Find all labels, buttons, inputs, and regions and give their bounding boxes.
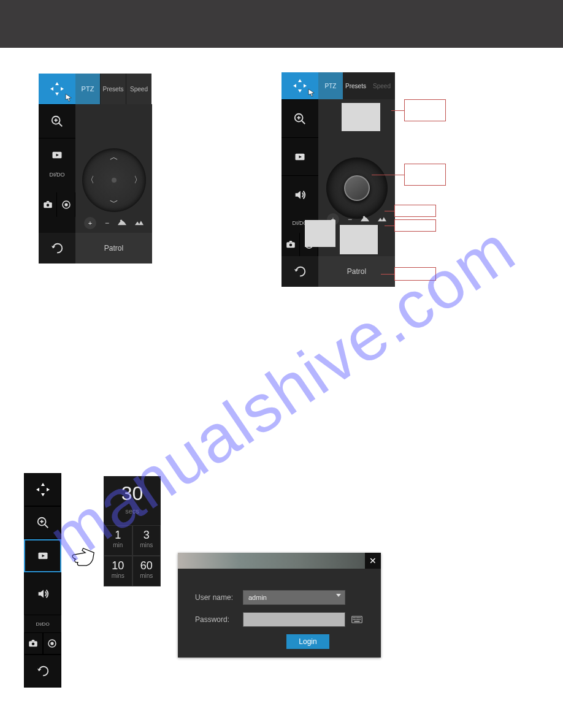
focus-near-icon[interactable] [118,219,126,228]
duration-value: 30 [104,482,161,505]
svg-rect-37 [354,619,356,620]
sidebar-strip: DI/DO [24,473,61,688]
snapshot-record-row [39,192,75,217]
patrol-button[interactable]: Patrol [75,233,152,264]
back-button[interactable] [39,233,75,264]
callout-placeholder [305,220,335,247]
play-replay-button[interactable] [282,137,318,175]
zoom-focus-controls: + − [75,217,152,229]
callout-leader-line [372,175,404,175]
password-input[interactable] [243,612,345,627]
duration-option-30secs[interactable]: 30 secs [104,476,161,525]
svg-rect-41 [360,619,361,620]
callout-box [394,219,436,232]
play-replay-button-active[interactable] [24,539,61,572]
svg-rect-31 [354,617,356,618]
svg-point-26 [32,643,35,646]
joystick-knob-icon[interactable] [344,175,370,201]
minus-icon[interactable]: − [348,215,352,224]
callout-leader-line [385,211,394,211]
tab-speed-disabled: Speed [369,72,395,99]
minus-icon[interactable]: − [105,219,109,227]
chevron-right-icon[interactable]: 〉 [134,175,142,186]
dido-label: DI/DO [39,172,75,192]
patrol-button[interactable]: Patrol [318,256,395,287]
direction-diamond-icon [50,82,64,96]
cursor-arrow-icon [307,88,316,97]
direction-diamond-icon [293,79,307,93]
svg-line-1 [59,123,63,127]
chevron-down-icon[interactable]: ﹀ [110,197,118,208]
ptz-joystick-wheel[interactable] [326,157,388,219]
virtual-keyboard-icon[interactable] [350,616,364,623]
tab-speed[interactable]: Speed [126,74,151,104]
digital-zoom-button[interactable] [282,99,318,137]
duration-unit: mins [133,542,161,548]
ptz-direction-wheel[interactable]: ︿ ﹀ 〈 〉 [82,148,146,212]
svg-line-11 [302,120,305,124]
focus-far-icon[interactable] [135,219,144,228]
duration-unit: mins [133,572,161,579]
tab-direction-ptz[interactable] [39,74,75,104]
login-dialog: ✕ User name: admin Password: Login [178,553,381,658]
callout-leader-line [381,274,394,275]
page-header-banner [0,0,563,48]
chevron-up-icon[interactable]: ︿ [110,152,118,163]
callout-box [404,164,446,186]
focus-far-icon[interactable] [378,215,386,224]
tab-ptz[interactable]: PTZ [318,72,343,99]
audio-volume-button[interactable] [282,175,318,213]
audio-volume-button[interactable] [24,572,61,615]
digital-zoom-button[interactable] [39,104,75,138]
pointing-hand-icon [68,543,95,570]
svg-rect-42 [354,621,360,622]
digital-zoom-button[interactable] [24,506,61,539]
snapshot-button[interactable] [39,192,57,217]
zoom-in-button[interactable]: + [84,217,96,229]
duration-option-60mins[interactable]: 60 mins [132,556,161,586]
chevron-down-icon [336,594,341,597]
close-button[interactable]: ✕ [365,553,381,569]
svg-rect-39 [357,619,358,620]
svg-point-28 [50,642,53,645]
svg-point-19 [363,216,366,218]
svg-point-9 [120,219,123,222]
record-button[interactable] [57,192,75,217]
duration-option-3mins[interactable]: 3 mins [132,525,161,556]
record-button[interactable] [43,632,62,654]
login-titlebar: ✕ [178,553,381,569]
duration-value: 60 [133,559,161,572]
duration-unit: mins [104,572,132,579]
direction-button[interactable] [24,473,61,506]
panel-a-sidebar: DI/DO [39,104,75,233]
tab-direction-ptz[interactable] [282,72,318,99]
duration-option-10mins[interactable]: 10 mins [104,556,132,586]
snapshot-record-row [24,632,61,654]
svg-rect-35 [360,617,361,618]
callout-box [394,205,436,217]
snapshot-button[interactable] [24,632,43,654]
svg-point-8 [64,203,67,206]
svg-line-21 [44,525,48,528]
tab-presets[interactable]: Presets [343,72,369,99]
username-select[interactable]: admin [243,590,345,605]
play-replay-button[interactable] [39,138,75,172]
chevron-left-icon[interactable]: 〈 [86,175,94,186]
back-button[interactable] [282,256,318,287]
callout-box [394,267,436,281]
duration-unit: secs [104,507,161,515]
back-button[interactable] [24,654,61,688]
duration-option-1min[interactable]: 1 min [104,525,132,556]
svg-point-6 [46,204,49,207]
tab-presets[interactable]: Presets [100,74,126,104]
direction-diamond-icon [36,483,50,496]
callout-box [404,99,446,121]
snapshot-button[interactable] [282,233,300,256]
tab-ptz[interactable]: PTZ [75,74,100,104]
duration-value: 3 [133,529,161,542]
replay-duration-selector: 30 secs 1 min 3 mins 10 mins 60 mins [104,476,161,586]
svg-rect-30 [353,617,354,618]
duration-unit: min [104,542,132,548]
focus-near-icon[interactable] [361,215,369,224]
login-button[interactable]: Login [286,634,329,649]
